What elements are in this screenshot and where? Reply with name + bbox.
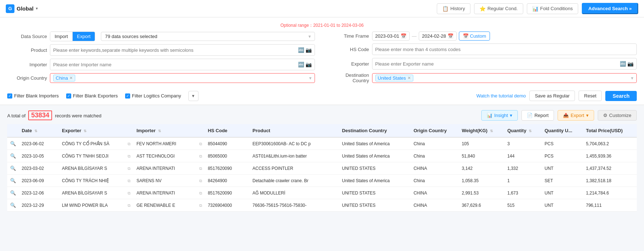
row-importer-copy-icon[interactable]: ⧉ <box>196 137 205 150</box>
filter-logistics-checkbox[interactable]: ✓ Filter Logitics Company <box>125 93 181 99</box>
row-quantity: 515 <box>504 199 542 212</box>
us-tag-remove[interactable]: ✕ <box>408 76 411 80</box>
product-input[interactable] <box>53 47 297 53</box>
data-source-row: Data Source Import Export 79 data source… <box>7 32 315 41</box>
row-date: 2023-10-05 <box>19 150 59 162</box>
expand-filters-button[interactable]: ▾ <box>188 91 199 101</box>
importer-input[interactable] <box>53 62 297 67</box>
exporter-translate-icon[interactable]: 🔤 <box>620 61 626 67</box>
scan-icon[interactable]: 📷 <box>306 47 312 53</box>
row-importer: FEV NORTH AMERI <box>133 137 196 150</box>
row-price: 5,704,063.2 <box>583 137 637 150</box>
row-importer-copy-icon[interactable]: ⧉ <box>196 162 205 175</box>
filter-blank-importers-checkbox[interactable]: ✓ Filter Blank Importers <box>7 93 59 99</box>
row-destination: United States of America <box>339 150 411 162</box>
product-row: Product 🔤 📷 <box>7 44 315 56</box>
destination-country-field[interactable]: United States ✕ ▾ <box>372 73 637 83</box>
importer-translate-icon[interactable]: 🔤 <box>298 62 304 67</box>
global-title: Global <box>17 5 34 12</box>
weight-sort-icon[interactable]: ⇅ <box>490 129 493 133</box>
importer-sort-icon[interactable]: ⇅ <box>158 129 161 133</box>
row-search-icon[interactable]: 🔍 <box>7 187 19 199</box>
import-button[interactable]: Import <box>50 32 73 41</box>
custom-button[interactable]: 📅 Custom <box>459 32 490 41</box>
exporter-scan-icon[interactable]: 📷 <box>627 61 634 67</box>
global-chevron-icon[interactable]: ▾ <box>36 6 38 11</box>
advanced-search-button[interactable]: Advanced Search » <box>582 3 638 14</box>
nav-right: 📋 History ⭐ Regular Cond. 📊 Fold Conditi… <box>437 3 638 14</box>
insight-button[interactable]: 📊 Insight ▾ <box>481 110 518 121</box>
tutorial-link[interactable]: Watch the tutorial demo <box>476 93 526 99</box>
destination-country-chevron-icon[interactable]: ▾ <box>631 75 634 81</box>
origin-country-tags: China ✕ <box>53 75 309 81</box>
results-actions: 📊 Insight ▾ 📄 Report 📤 Export ▾ ⚙ Custom… <box>481 110 637 121</box>
datasources-dropdown[interactable]: 79 data sources selected ▾ <box>101 32 315 41</box>
importer-label: Importer <box>7 62 47 67</box>
row-search-icon[interactable]: 🔍 <box>7 199 19 212</box>
row-exporter-copy-icon[interactable]: ⧉ <box>125 187 133 199</box>
row-importer-copy-icon[interactable]: ⧉ <box>196 175 205 187</box>
row-qty-unit: PCS <box>542 150 583 162</box>
row-exporter-copy-icon[interactable]: ⧉ <box>125 137 133 150</box>
exporter-input[interactable] <box>375 61 619 67</box>
row-search-icon[interactable]: 🔍 <box>7 137 19 150</box>
table-header: Date ⇅ Exporter ⇅ Importer ⇅ HS Code Pro… <box>7 124 637 137</box>
datasources-chevron-icon: ▾ <box>308 34 311 39</box>
row-price: 796,111 <box>583 199 637 212</box>
row-exporter-copy-icon[interactable]: ⧉ <box>125 150 133 162</box>
row-date: 2023-12-29 <box>19 199 59 212</box>
filter-blank-exporters-checkbox[interactable]: ✓ Filter Blank Exporters <box>66 93 118 99</box>
regular-cond-button[interactable]: ⭐ Regular Cond. <box>474 3 523 14</box>
row-importer-copy-icon[interactable]: ⧉ <box>196 150 205 162</box>
importer-scan-icon[interactable]: 📷 <box>306 62 312 67</box>
origin-country-field[interactable]: China ✕ ▾ <box>50 73 315 83</box>
report-button[interactable]: 📄 Report <box>521 110 554 121</box>
translate-icon[interactable]: 🔤 <box>298 47 304 53</box>
row-destination: United States of America <box>339 175 411 187</box>
row-price: 1,214,784.6 <box>583 187 637 199</box>
row-weight: 1,058.35 <box>459 175 504 187</box>
row-date: 2023-12-06 <box>19 187 59 199</box>
advanced-search-label: Advanced Search » <box>588 6 632 11</box>
qty-sort-icon[interactable]: ⇅ <box>529 129 532 133</box>
calendar-from-icon[interactable]: 📅 <box>401 33 406 39</box>
row-product: ACCESS POINTLER <box>250 162 339 175</box>
row-search-icon[interactable]: 🔍 <box>7 162 19 175</box>
import-export-toggle[interactable]: Import Export <box>50 32 95 41</box>
row-hs-code: 7326904000 <box>205 199 250 212</box>
history-button[interactable]: 📋 History <box>437 3 470 14</box>
origin-country-chevron-icon[interactable]: ▾ <box>309 75 312 81</box>
row-search-icon[interactable]: 🔍 <box>7 175 19 187</box>
row-importer: AST TECHNOLOGI <box>133 150 196 162</box>
row-importer-copy-icon[interactable]: ⧉ <box>196 187 205 199</box>
exporter-sort-icon[interactable]: ⇅ <box>84 129 86 133</box>
hs-code-input[interactable] <box>375 47 634 52</box>
row-exporter-copy-icon[interactable]: ⧉ <box>125 199 133 212</box>
save-regular-button[interactable]: Save as Regular <box>529 91 575 101</box>
china-tag-remove[interactable]: ✕ <box>69 76 73 80</box>
row-search-icon[interactable]: 🔍 <box>7 150 19 162</box>
search-button[interactable]: Search <box>605 91 637 101</box>
row-exporter-copy-icon[interactable]: ⧉ <box>125 175 133 187</box>
row-origin: China <box>411 150 459 162</box>
export-button[interactable]: Export <box>73 32 95 41</box>
timeframe-wrap: 2023-03-01 📅 — 2024-02-28 📅 📅 Custom <box>372 32 637 41</box>
export-results-button[interactable]: 📤 Export ▾ <box>558 110 594 121</box>
row-importer-copy-icon[interactable]: ⧉ <box>196 199 205 212</box>
row-qty-unit: UNT <box>542 199 583 212</box>
row-quantity: 3 <box>504 137 542 150</box>
search-right: Time Frame 2023-03-01 📅 — 2024-02-28 📅 📅… <box>329 32 637 86</box>
row-exporter: ARENA BİLGİSAYAR S <box>59 162 125 175</box>
date-sort-icon[interactable]: ⇅ <box>34 129 37 133</box>
customize-button[interactable]: ⚙ Customize <box>598 110 637 121</box>
row-exporter-copy-icon[interactable]: ⧉ <box>125 162 133 175</box>
row-quantity: 1 <box>504 175 542 187</box>
table-row: 🔍 2023-12-06 ARENA BİLGİSAYAR S ⧉ ARENA … <box>7 187 637 199</box>
origin-country-row: Origin Country China ✕ ▾ <box>7 73 315 83</box>
star-icon: ⭐ <box>479 6 486 12</box>
col-importer-header: Importer ⇅ <box>133 124 196 137</box>
calendar-to-icon[interactable]: 📅 <box>448 33 453 39</box>
col-importer-copy-header <box>196 124 205 137</box>
reset-button[interactable]: Reset <box>579 91 602 101</box>
fold-conditions-button[interactable]: 📊 Fold Conditions <box>527 3 578 14</box>
